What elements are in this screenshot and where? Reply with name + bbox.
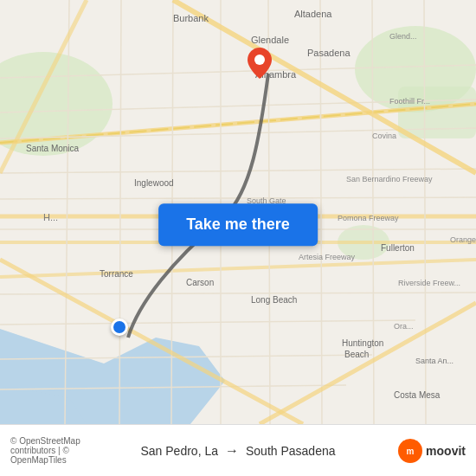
svg-text:Torrance: Torrance (100, 269, 133, 279)
svg-text:Long Beach: Long Beach (251, 295, 297, 305)
svg-text:Artesia Freeway: Artesia Freeway (299, 253, 356, 261)
svg-text:H...: H... (43, 212, 58, 222)
svg-text:Costa Mesa: Costa Mesa (394, 390, 441, 400)
moovit-logo-icon: m (398, 439, 422, 463)
svg-point-61 (254, 55, 265, 65)
moovit-logo: m moovit (352, 439, 466, 463)
svg-text:Huntington: Huntington (342, 338, 383, 348)
svg-text:Santa An...: Santa An... (415, 357, 453, 365)
svg-text:Orange Free...: Orange Free... (450, 235, 476, 244)
map-container: Burbank Altadena Glend... Glendale Pasad… (0, 0, 476, 424)
svg-text:Glend...: Glend... (389, 32, 417, 41)
route-info: San Pedro, La → South Pasadena (125, 443, 352, 459)
svg-text:Riverside Freew...: Riverside Freew... (398, 279, 460, 287)
svg-text:Covina: Covina (372, 132, 396, 140)
bottom-bar: © OpenStreetMap contributors | © OpenMap… (0, 424, 476, 476)
origin-pin (111, 318, 128, 336)
destination-label: South Pasadena (246, 444, 336, 458)
arrow-icon: → (225, 443, 239, 459)
svg-text:Ora...: Ora... (394, 322, 414, 331)
svg-text:m: m (407, 447, 415, 456)
svg-text:Carson: Carson (186, 278, 214, 287)
svg-text:Pomona Freeway: Pomona Freeway (338, 214, 399, 222)
moovit-text: moovit (426, 444, 466, 458)
svg-text:Pasadena: Pasadena (307, 48, 351, 58)
origin-label: San Pedro, La (140, 444, 218, 458)
svg-text:Glendale: Glendale (251, 35, 289, 45)
svg-text:Fullerton: Fullerton (381, 243, 415, 253)
svg-text:San Bernardino Freeway: San Bernardino Freeway (346, 175, 433, 183)
svg-text:Foothill Fr...: Foothill Fr... (389, 97, 430, 106)
svg-text:Beach: Beach (344, 350, 369, 359)
svg-text:Burbank: Burbank (173, 13, 209, 23)
take-me-there-button[interactable]: Take me there (158, 203, 318, 246)
attribution: © OpenStreetMap contributors | © OpenMap… (10, 436, 125, 465)
svg-text:Santa Monica: Santa Monica (26, 144, 80, 153)
svg-text:Altadena: Altadena (294, 9, 332, 19)
svg-text:Inglewood: Inglewood (134, 178, 174, 188)
svg-rect-6 (398, 87, 476, 138)
destination-pin (248, 48, 272, 82)
